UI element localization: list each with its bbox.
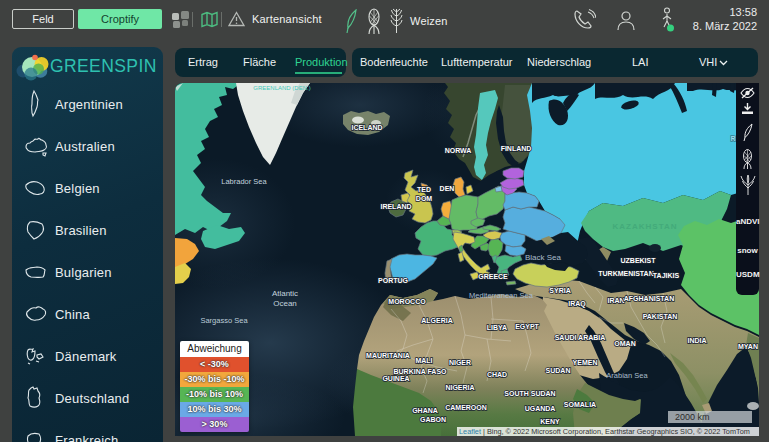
svg-text:GREENLAND (DEN.): GREENLAND (DEN.) bbox=[253, 85, 310, 91]
svg-text:PORTUG: PORTUG bbox=[378, 277, 409, 284]
svg-text:SAUDI ARABIA: SAUDI ARABIA bbox=[555, 334, 606, 341]
svg-text:DEN: DEN bbox=[440, 185, 455, 192]
svg-text:FINLAND: FINLAND bbox=[501, 145, 532, 152]
svg-text:IRAQ: IRAQ bbox=[568, 300, 586, 308]
svg-text:MOROCCO: MOROCCO bbox=[388, 298, 426, 305]
svg-text:INDIA: INDIA bbox=[687, 337, 706, 344]
svg-text:KAZAKHSTAN: KAZAKHSTAN bbox=[613, 222, 678, 231]
svg-text:NORWA: NORWA bbox=[445, 147, 472, 154]
svg-text:AFGHANISTAN: AFGHANISTAN bbox=[624, 295, 674, 302]
svg-text:SOMALIA: SOMALIA bbox=[564, 401, 596, 408]
svg-text:GREECE: GREECE bbox=[478, 273, 508, 280]
svg-text:PAKISTAN: PAKISTAN bbox=[643, 313, 678, 320]
svg-text:MALI: MALI bbox=[415, 357, 432, 364]
svg-text:TURKMENISTAN: TURKMENISTAN bbox=[598, 270, 653, 277]
svg-text:OMAN: OMAN bbox=[614, 340, 635, 347]
svg-text:Black Sea: Black Sea bbox=[525, 253, 562, 262]
svg-text:GUINEA: GUINEA bbox=[382, 375, 409, 382]
svg-text:Arabian Sea: Arabian Sea bbox=[606, 371, 648, 380]
svg-text:IRELAND: IRELAND bbox=[380, 203, 411, 210]
svg-text:CHAD: CHAD bbox=[487, 371, 507, 378]
svg-text:TED: TED bbox=[417, 186, 431, 193]
svg-text:MYAN: MYAN bbox=[738, 343, 758, 350]
svg-text:NIGER: NIGER bbox=[449, 359, 471, 366]
svg-text:NIGERIA: NIGERIA bbox=[445, 384, 474, 391]
svg-text:LIBYA: LIBYA bbox=[487, 324, 507, 331]
svg-text:KENY: KENY bbox=[540, 418, 560, 425]
svg-text:SOUTH SUDAN: SOUTH SUDAN bbox=[504, 390, 555, 397]
svg-text:GABON: GABON bbox=[420, 416, 446, 423]
svg-text:SYRIA: SYRIA bbox=[549, 287, 570, 294]
svg-text:DOM: DOM bbox=[416, 195, 433, 202]
svg-text:Atlantic: Atlantic bbox=[272, 289, 298, 298]
svg-text:GHANA: GHANA bbox=[412, 407, 438, 414]
svg-text:IRAN: IRAN bbox=[607, 297, 624, 304]
svg-text:ALGERIA: ALGERIA bbox=[421, 317, 453, 324]
svg-text:BURKINA FASO: BURKINA FASO bbox=[393, 368, 447, 375]
svg-text:SUDAN: SUDAN bbox=[546, 367, 571, 374]
svg-text:TAJIKIS: TAJIKIS bbox=[653, 272, 680, 279]
svg-text:YEMEN: YEMEN bbox=[573, 359, 598, 366]
svg-text:Sargasso Sea: Sargasso Sea bbox=[200, 316, 248, 325]
svg-text:Ocean: Ocean bbox=[273, 299, 297, 308]
svg-text:UGANDA: UGANDA bbox=[525, 405, 556, 412]
svg-text:MAURITANIA: MAURITANIA bbox=[366, 352, 410, 359]
svg-text:CAMEROON: CAMEROON bbox=[445, 404, 487, 411]
svg-text:ICELAND: ICELAND bbox=[351, 124, 382, 131]
svg-text:EGYPT: EGYPT bbox=[515, 323, 539, 330]
svg-text:Mediterranean Sea: Mediterranean Sea bbox=[469, 291, 534, 300]
svg-text:Labrador Sea: Labrador Sea bbox=[221, 177, 267, 186]
svg-text:UZBEKIST: UZBEKIST bbox=[621, 257, 657, 264]
